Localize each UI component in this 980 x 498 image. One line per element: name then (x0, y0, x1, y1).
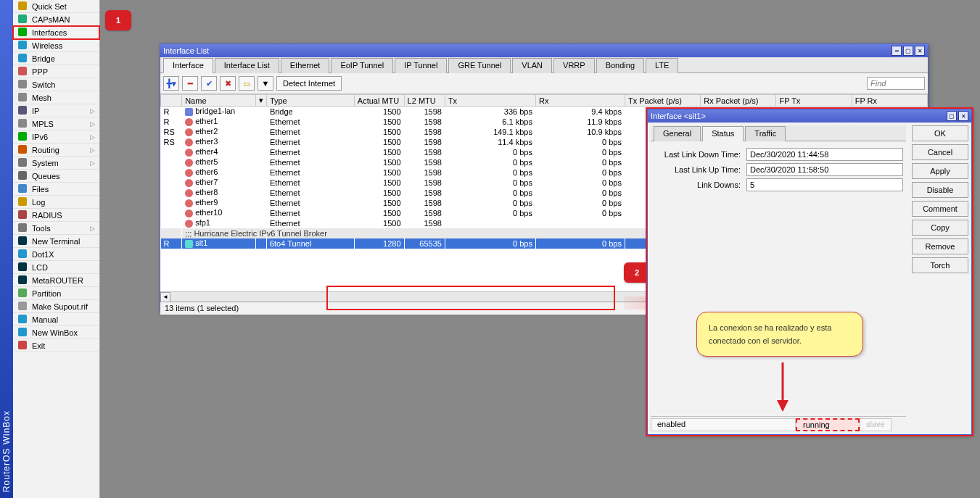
sidebar-item-manual[interactable]: Manual (13, 313, 99, 326)
cancel-button[interactable]: Cancel (912, 144, 968, 160)
minimize-button[interactable]: ━ (892, 46, 902, 56)
sidebar-item-label: Files (32, 185, 49, 194)
column-header[interactable]: FP Rx (852, 95, 927, 107)
tab-eoip-tunnel[interactable]: EoIP Tunnel (331, 58, 393, 73)
sidebar-item-lcd[interactable]: LCD (13, 261, 99, 274)
detail-titlebar[interactable]: Interface <sit1> ▢ ✕ (648, 109, 971, 123)
disable-button[interactable]: Disable (912, 182, 968, 198)
sidebar-icon (17, 210, 28, 220)
sidebar-item-tools[interactable]: Tools▷ (13, 222, 99, 235)
sidebar-item-interfaces[interactable]: Interfaces (13, 26, 99, 39)
sidebar-item-label: Manual (32, 315, 58, 324)
sidebar-item-switch[interactable]: Switch (13, 78, 99, 91)
tab-ip-tunnel[interactable]: IP Tunnel (395, 58, 447, 73)
column-header[interactable]: Type (266, 95, 354, 107)
tab-vrrp[interactable]: VRRP (553, 58, 595, 73)
column-header[interactable]: FP Tx (776, 95, 852, 107)
sidebar-icon (17, 145, 28, 155)
sidebar-item-metarouter[interactable]: MetaROUTER (13, 274, 99, 287)
find-input[interactable] (867, 77, 925, 90)
column-header[interactable]: L2 MTU (404, 95, 445, 107)
svg-rect-14 (18, 184, 27, 193)
tab-lte[interactable]: LTE (646, 58, 678, 73)
sidebar-item-ip[interactable]: IP▷ (13, 104, 99, 117)
sidebar-item-wireless[interactable]: Wireless (13, 39, 99, 52)
sidebar-item-log[interactable]: Log (13, 196, 99, 209)
sidebar-item-new-terminal[interactable]: New Terminal (13, 235, 99, 248)
column-header[interactable]: Tx (445, 95, 535, 107)
column-header[interactable]: ▾ (256, 95, 267, 107)
chevron-right-icon: ▷ (90, 120, 95, 128)
sidebar-item-make-supout-rif[interactable]: Make Supout.rif (13, 300, 99, 313)
tab-vlan[interactable]: VLAN (512, 58, 552, 73)
sidebar-item-capsman[interactable]: CAPsMAN (13, 13, 99, 26)
svg-rect-2 (18, 28, 27, 36)
sidebar-item-routing[interactable]: Routing▷ (13, 144, 99, 157)
scroll-left-button[interactable]: ◄ (160, 292, 170, 302)
torch-button[interactable]: Torch (912, 257, 968, 273)
sidebar-icon (17, 275, 28, 286)
svg-rect-23 (18, 302, 27, 310)
sidebar-item-label: CAPsMAN (32, 15, 70, 24)
column-header[interactable]: Tx Packet (p/s) (625, 95, 700, 107)
field-value[interactable] (746, 163, 903, 176)
tab-gre-tunnel[interactable]: GRE Tunnel (448, 58, 511, 73)
maximize-button[interactable]: ▢ (903, 46, 913, 56)
add-button[interactable]: ╋▾ (163, 76, 179, 91)
svg-rect-22 (18, 289, 27, 297)
column-header[interactable]: Actual MTU (354, 95, 404, 107)
comment-button[interactable]: ▭ (239, 76, 255, 91)
sidebar-item-mpls[interactable]: MPLS▷ (13, 117, 99, 130)
sidebar-item-queues[interactable]: Queues (13, 170, 99, 183)
sidebar-item-mesh[interactable]: Mesh (13, 91, 99, 104)
sidebar-item-partition[interactable]: Partition (13, 287, 99, 300)
detail-tab-traffic[interactable]: Traffic (745, 126, 786, 141)
sidebar-item-quick-set[interactable]: Quick Set (13, 0, 99, 13)
comment-button[interactable]: Comment (912, 201, 968, 217)
tab-interface-list[interactable]: Interface List (215, 58, 279, 73)
filter-button[interactable]: ▼ (258, 76, 273, 91)
sidebar-item-ppp[interactable]: PPP (13, 65, 99, 78)
field-value[interactable] (746, 178, 903, 191)
field-label: Link Downs: (654, 180, 741, 189)
copy-button[interactable]: Copy (912, 220, 968, 236)
close-button[interactable]: ✕ (915, 46, 925, 56)
tab-bonding[interactable]: Bonding (596, 58, 644, 73)
detect-internet-button[interactable]: Detect Internet (276, 76, 342, 91)
sidebar-item-files[interactable]: Files (13, 183, 99, 196)
disable-button[interactable]: ✖ (220, 76, 236, 91)
detail-tab-status[interactable]: Status (702, 126, 744, 141)
remove-button[interactable]: Remove (912, 238, 968, 254)
sidebar-item-ipv6[interactable]: IPv6▷ (13, 130, 99, 144)
sidebar-item-new-winbox[interactable]: New WinBox (13, 326, 99, 339)
field-value[interactable] (746, 148, 903, 161)
remove-button[interactable]: ━ (182, 76, 198, 91)
enable-button[interactable]: ✔ (201, 76, 217, 91)
sidebar-item-bridge[interactable]: Bridge (13, 52, 99, 65)
column-header[interactable]: Rx (535, 95, 625, 107)
sidebar-item-system[interactable]: System▷ (13, 157, 99, 170)
sidebar-icon (17, 93, 28, 103)
window-titlebar[interactable]: Interface List ━ ▢ ✕ (160, 44, 928, 57)
sidebar-icon (17, 341, 28, 351)
detail-title: Interface <sit1> (651, 112, 706, 120)
tab-interface[interactable]: Interface (163, 58, 213, 73)
apply-button[interactable]: Apply (912, 163, 968, 179)
sidebar-icon (17, 315, 28, 325)
detail-maximize-button[interactable]: ▢ (947, 111, 957, 121)
ok-button[interactable]: OK (912, 125, 968, 141)
detail-close-button[interactable]: ✕ (958, 111, 968, 121)
column-header[interactable]: Rx Packet (p/s) (701, 95, 776, 107)
sidebar-item-radius[interactable]: RADIUS (13, 209, 99, 222)
brand-text: RouterOS WinBox (1, 404, 12, 498)
toolbar: ╋▾ ━ ✔ ✖ ▭ ▼ Detect Internet (160, 73, 928, 94)
sidebar-icon (17, 119, 28, 129)
tab-ethernet[interactable]: Ethernet (281, 58, 330, 73)
sidebar-item-dot1x[interactable]: Dot1X (13, 248, 99, 261)
svg-rect-17 (18, 223, 27, 232)
column-header[interactable]: Name (182, 95, 256, 107)
detail-tab-general[interactable]: General (654, 126, 701, 141)
sidebar-item-exit[interactable]: Exit (13, 339, 99, 352)
detail-tabs: GeneralStatusTraffic (651, 125, 906, 141)
column-header[interactable] (161, 95, 182, 107)
